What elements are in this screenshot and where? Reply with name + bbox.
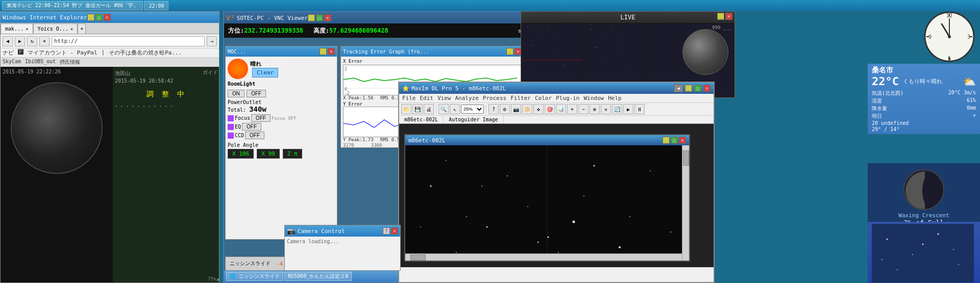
- maxim-min-btn[interactable]: _: [685, 85, 692, 92]
- menu-paypal[interactable]: 🅿: [18, 49, 23, 57]
- browser-content: SkyCam IbiOBS_out 摂氏情報 2015-05-19 22:22:…: [1, 58, 219, 282]
- sub-max-btn[interactable]: □: [671, 137, 678, 144]
- refresh-btn[interactable]: ↻: [27, 36, 37, 46]
- sub-min-btn[interactable]: _: [663, 137, 670, 144]
- maxim-close-btn[interactable]: ×: [703, 85, 710, 92]
- tb-question[interactable]: ?: [488, 104, 499, 114]
- tomorrow-range: 29° / 14°: [872, 126, 899, 132]
- vnc-taskbar-item1[interactable]: 🌐 ニッシンスライド: [226, 272, 283, 281]
- svg-point-59: [420, 226, 421, 227]
- menu-file[interactable]: File: [402, 95, 416, 101]
- room-light-off-btn[interactable]: OFF: [247, 90, 266, 97]
- sub-scrollbar-v[interactable]: [682, 145, 689, 261]
- menu-help[interactable]: Help: [608, 95, 622, 101]
- browser-tab-1[interactable]: mak... ×: [1, 23, 33, 34]
- sub-close-btn[interactable]: ×: [679, 137, 686, 144]
- browser-new-tab[interactable]: +: [78, 23, 86, 34]
- menu-process[interactable]: Process: [483, 95, 506, 101]
- browser-minimize-btn[interactable]: _: [87, 14, 94, 21]
- scrollbar-thumb[interactable]: [683, 150, 689, 166]
- menu-bookmark2[interactable]: その手は桑名の焼き蛤Pa...: [109, 49, 182, 57]
- browser-close-btn[interactable]: ×: [104, 14, 111, 21]
- tb-cursor[interactable]: ↖: [450, 104, 460, 114]
- live-close-btn[interactable]: ×: [725, 13, 732, 20]
- menu-filter[interactable]: Filter: [510, 95, 531, 101]
- tb-extra4[interactable]: ⊕: [590, 104, 600, 114]
- forward-btn[interactable]: ▶: [15, 36, 25, 46]
- menu-bookmark1[interactable]: マイアカウント - PayPal: [28, 49, 97, 57]
- menu-plugin[interactable]: Plug-in: [556, 95, 579, 101]
- tb-settings[interactable]: ⚙: [500, 104, 510, 114]
- maxim-win-controls: ◀ _ □ ×: [674, 84, 710, 92]
- zpi-display[interactable]: Z π: [283, 149, 302, 159]
- sub-scrollbar-h[interactable]: [405, 253, 682, 261]
- tomorrow-temp: 20 undefined: [872, 120, 909, 126]
- skycam-weather-label: 摂氏情報: [60, 59, 80, 66]
- tb-zoom-in[interactable]: 🔍: [438, 104, 449, 114]
- menu-window[interactable]: Window: [583, 95, 604, 101]
- ccd-label: CCD: [235, 133, 244, 138]
- svg-point-45: [619, 246, 621, 248]
- eq-btn[interactable]: OFF: [242, 123, 261, 131]
- tb-extra2[interactable]: +: [567, 104, 577, 114]
- stop-btn[interactable]: ×: [39, 36, 50, 46]
- vnc-maximize-btn[interactable]: □: [316, 14, 323, 21]
- camera-close-btn[interactable]: ×: [391, 227, 398, 235]
- tb-guider[interactable]: ✜: [533, 104, 544, 114]
- svg-rect-21: [548, 28, 549, 29]
- menu-edit[interactable]: Edit: [420, 95, 434, 101]
- tracking-title: Tracking Error Graph (fro...: [343, 49, 429, 55]
- tb-extra3[interactable]: −: [578, 104, 589, 114]
- tb-filter[interactable]: 🔆: [522, 104, 532, 114]
- resize-handle[interactable]: 75%◢: [207, 275, 219, 282]
- pole-angle-label: Pole Angle: [228, 142, 335, 148]
- browser-tab-2[interactable]: Yoics O... ×: [33, 23, 78, 34]
- live-min-btn[interactable]: _: [717, 13, 724, 20]
- maxim-left-btn[interactable]: ◀: [674, 84, 683, 92]
- tb-open[interactable]: 📁: [401, 104, 411, 114]
- tb-extra7[interactable]: ▶: [623, 104, 633, 114]
- tv-program-label[interactable]: 東海テレビ 22:00-22:54 野ブ 進信ガール #06「宇」: [2, 1, 143, 10]
- tracking-minimize-btn[interactable]: _: [506, 48, 513, 55]
- room-light-on-btn[interactable]: ON: [228, 90, 244, 97]
- tomorrow-range-row: 29° / 14°: [872, 126, 976, 132]
- zoom-select[interactable]: 25%: [461, 105, 484, 114]
- browser-maximize-btn[interactable]: □: [95, 14, 103, 21]
- menu-navi[interactable]: ナビ: [3, 49, 14, 57]
- svg-point-54: [446, 160, 447, 161]
- vnc-close-btn[interactable]: ×: [324, 14, 331, 21]
- menu-analyze[interactable]: Analyze: [455, 95, 479, 101]
- x99-display[interactable]: X 99: [257, 149, 280, 159]
- menu-view[interactable]: View: [437, 95, 451, 101]
- vnc-taskbar-item2[interactable]: NS5000_かんたん設定２A: [284, 272, 352, 281]
- tb-extra5[interactable]: ✕: [601, 104, 611, 114]
- tb-extra6[interactable]: 🔄: [612, 104, 622, 114]
- tb-focus2[interactable]: 🎯: [545, 104, 555, 114]
- svg-point-84: [881, 259, 883, 260]
- tb-camera[interactable]: 📷: [511, 104, 521, 114]
- camera-question-btn[interactable]: ?: [383, 227, 390, 235]
- browser-menubar: ナビ 🅿 マイアカウント - PayPal | その手は桑名の焼き蛤Pa...: [1, 48, 219, 58]
- svg-point-71: [948, 35, 951, 38]
- vnc-minimize-btn[interactable]: _: [308, 14, 315, 21]
- menu-color[interactable]: Color: [535, 95, 552, 101]
- maxim-max-btn[interactable]: □: [694, 85, 701, 92]
- tb-print[interactable]: 🖨: [424, 104, 434, 114]
- focus-btn[interactable]: OFF: [251, 114, 271, 122]
- scrollbar-thumb-h[interactable]: [410, 254, 426, 261]
- moc-close-btn[interactable]: ×: [328, 48, 335, 55]
- tb-extra1[interactable]: 📊: [556, 104, 566, 114]
- maxim-tab-autoguider[interactable]: Autoguider Image: [444, 116, 503, 123]
- x106-display[interactable]: X 106: [228, 149, 254, 159]
- browser-tab2-close[interactable]: ×: [70, 27, 73, 32]
- sub-title: m86etc-002L: [408, 137, 446, 144]
- back-btn[interactable]: ◀: [3, 36, 13, 46]
- browser-tab1-close[interactable]: ×: [26, 27, 28, 32]
- tb-save[interactable]: 💾: [412, 104, 423, 114]
- tb-extra8[interactable]: ⏸: [634, 104, 645, 114]
- maxim-tab-file[interactable]: m86etc-002L: [399, 116, 444, 123]
- moc-minimize-btn[interactable]: _: [320, 48, 327, 55]
- go-btn[interactable]: →: [207, 36, 217, 46]
- ccd-btn[interactable]: OFF: [245, 132, 264, 139]
- url-bar[interactable]: http://: [52, 36, 205, 46]
